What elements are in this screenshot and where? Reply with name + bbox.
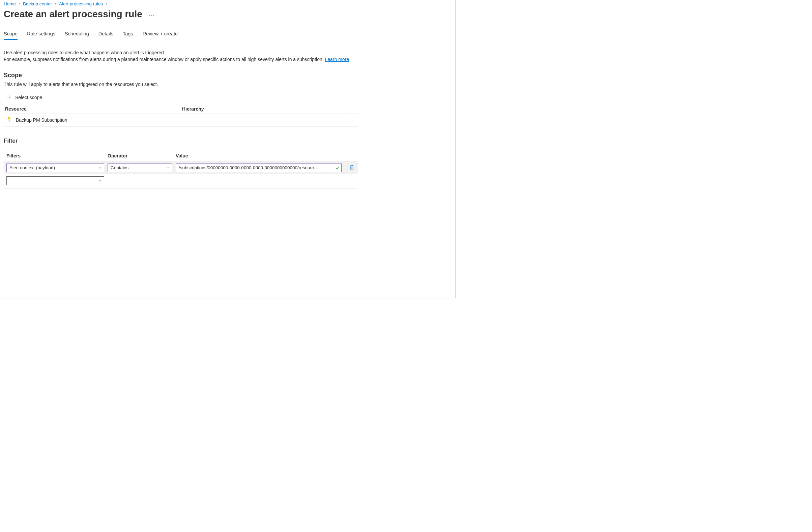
scope-row-hierarchy [181, 114, 344, 127]
page-title: Create an alert processing rule [4, 9, 142, 19]
subscription-key-icon [6, 116, 12, 124]
scope-heading: Scope [4, 72, 358, 79]
filter-field-dropdown[interactable]: Alert context (payload) [6, 163, 104, 172]
filter-value-input[interactable]: /subscriptions/00000000-0000-0000-0000-0… [176, 163, 342, 172]
filter-operator-value: Contains [111, 165, 129, 170]
filter-field-value: Alert context (payload) [10, 165, 55, 170]
svg-point-3 [9, 118, 10, 119]
breadcrumb-link-backup-center[interactable]: Backup center [23, 1, 52, 6]
filter-new-row [4, 174, 358, 189]
tab-rule-settings[interactable]: Rule settings [27, 29, 55, 39]
breadcrumb-link-alert-processing-rules[interactable]: Alert processing rules [59, 1, 103, 6]
filter-col-filters: Filters [6, 153, 104, 161]
tab-details[interactable]: Details [99, 29, 113, 39]
filter-field-dropdown-empty[interactable] [6, 176, 104, 185]
breadcrumb: Home Backup center Alert processing rule… [4, 1, 452, 7]
intro-line-2: For example, suppress notifications from… [4, 57, 325, 62]
tabs: Scope Rule settings Scheduling Details T… [4, 29, 452, 39]
filter-row: Alert context (payload) Contains /subscr… [4, 161, 358, 174]
chevron-down-icon [98, 179, 102, 183]
filter-col-operator: Operator [107, 153, 172, 161]
chevron-right-icon [54, 2, 57, 5]
filter-value-text: /subscriptions/00000000-0000-0000-0000-0… [179, 165, 318, 170]
select-scope-button[interactable]: Select scope [4, 93, 44, 104]
tab-tags[interactable]: Tags [123, 29, 133, 39]
more-actions-button[interactable]: ⋯ [148, 9, 155, 19]
tab-scheduling[interactable]: Scheduling [65, 29, 89, 39]
chevron-down-icon [98, 166, 102, 170]
scope-row-resource: Backup PM Subscription [16, 117, 68, 123]
learn-more-link[interactable]: Learn more [325, 57, 349, 62]
scope-col-action [344, 104, 358, 114]
scope-description: This rule will apply to alerts that are … [4, 82, 358, 87]
svg-rect-5 [9, 120, 10, 121]
filter-operator-dropdown[interactable]: Contains [107, 163, 172, 172]
chevron-right-icon [105, 2, 108, 5]
scope-col-resource: Resource [4, 104, 181, 114]
checkmark-icon [335, 165, 339, 170]
scope-row: Backup PM Subscription [4, 114, 358, 127]
trash-icon [349, 164, 354, 171]
intro-line-1: Use alert processing rules to decide wha… [4, 50, 165, 55]
select-scope-label: Select scope [15, 95, 42, 100]
delete-filter-button[interactable] [345, 164, 359, 171]
filter-col-value: Value [176, 153, 342, 161]
breadcrumb-link-home[interactable]: Home [4, 1, 16, 6]
scope-table: Resource Hierarchy [4, 104, 358, 127]
filter-heading: Filter [4, 137, 358, 144]
filter-header-row: Filters Operator Value [4, 153, 358, 161]
scope-col-hierarchy: Hierarchy [181, 104, 344, 114]
ellipsis-icon: ⋯ [148, 12, 155, 19]
chevron-down-icon [166, 166, 170, 170]
plus-icon [6, 94, 12, 101]
chevron-right-icon [18, 2, 21, 5]
intro-text: Use alert processing rules to decide wha… [4, 49, 358, 63]
close-icon [349, 117, 354, 123]
remove-scope-button[interactable] [349, 117, 354, 123]
svg-rect-4 [9, 119, 10, 121]
tab-scope[interactable]: Scope [4, 29, 17, 39]
svg-rect-6 [9, 121, 10, 122]
tab-review-create[interactable]: Review + create [143, 29, 178, 39]
